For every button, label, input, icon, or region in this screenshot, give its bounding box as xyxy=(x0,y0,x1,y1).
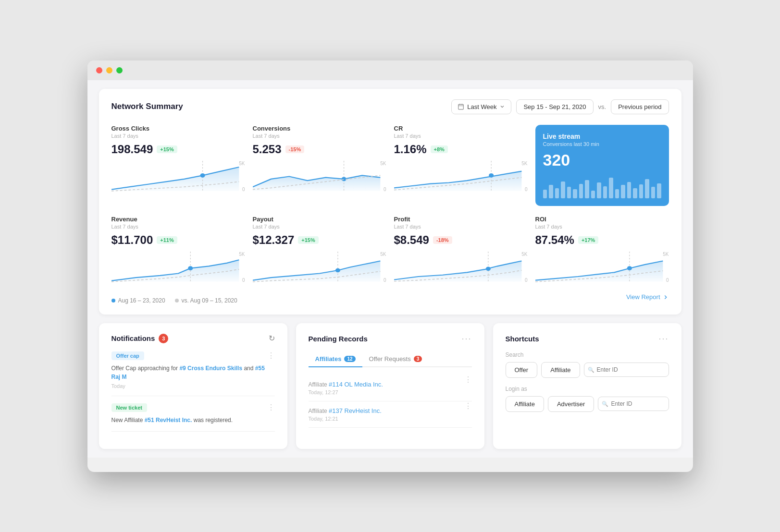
notifications-header: Notifications 3 ↻ xyxy=(111,334,275,343)
network-summary-card: Network Summary Last Week Sep 15 - Sep 2… xyxy=(99,89,681,314)
live-stream-bars xyxy=(543,174,661,198)
vs-label: vs. xyxy=(598,103,607,110)
pending-record-item: ⋮ Affiliate #137 RevHeist Inc. Today, 12… xyxy=(309,401,472,428)
svg-point-11 xyxy=(188,266,193,270)
revenue-chart: 5K xyxy=(111,252,245,283)
chevron-down-icon xyxy=(499,104,505,109)
metric-conversions: Conversions Last 7 days 5.253 -15% 5K xyxy=(253,125,386,206)
notif-dots-icon-2[interactable]: ⋮ xyxy=(267,403,275,412)
content-area: Network Summary Last Week Sep 15 - Sep 2… xyxy=(87,80,693,458)
previous-period-button[interactable]: Previous period xyxy=(611,99,669,114)
legend-dot-current xyxy=(111,299,115,302)
close-button[interactable] xyxy=(96,67,102,73)
pending-dots-2[interactable]: ⋮ xyxy=(464,401,472,411)
login-advertiser-button[interactable]: Advertiser xyxy=(548,396,594,412)
pending-record-item: ⋮ Affiliate #114 OL Media Inc. Today, 12… xyxy=(309,375,472,401)
legend-row: Aug 16 – 23, 2020 vs. Aug 09 – 15, 2020 … xyxy=(111,290,669,304)
metric-live-stream: Live stream Conversions last 30 min 320 xyxy=(535,125,669,206)
login-affiliate-button[interactable]: Affiliate xyxy=(506,396,544,412)
search-label: Search xyxy=(506,351,669,358)
card-header: Network Summary Last Week Sep 15 - Sep 2… xyxy=(111,99,669,114)
date-range-label: Sep 15 - Sep 21, 2020 xyxy=(516,99,593,114)
notif-dots-icon[interactable]: ⋮ xyxy=(267,351,275,360)
svg-rect-0 xyxy=(458,104,464,109)
refresh-icon[interactable]: ↻ xyxy=(269,334,275,343)
svg-point-17 xyxy=(627,266,631,270)
pending-name-1[interactable]: #114 OL Media Inc. xyxy=(329,381,383,388)
gross-clicks-chart: 5K xyxy=(111,161,245,192)
header-controls: Last Week Sep 15 - Sep 21, 2020 vs. Prev… xyxy=(451,99,669,114)
payout-chart: 5K xyxy=(253,252,386,283)
app-window: Network Summary Last Week Sep 15 - Sep 2… xyxy=(87,60,693,472)
shortcuts-header: Shortcuts ··· xyxy=(506,334,669,344)
metric-revenue: Revenue Last 7 days $11.700 +11% 5K xyxy=(111,216,245,283)
notification-item: ⋮ New ticket New Affiliate #51 RevHeist … xyxy=(111,403,275,432)
metric-payout: Payout Last 7 days $12.327 +15% 5K xyxy=(253,216,386,283)
minimize-button[interactable] xyxy=(106,67,112,73)
notifications-badge: 3 xyxy=(159,334,168,343)
live-stream-card: Live stream Conversions last 30 min 320 xyxy=(535,125,669,206)
period-selector[interactable]: Last Week xyxy=(451,99,511,114)
profit-chart: 5K xyxy=(394,252,528,283)
tab-offer-requests[interactable]: Offer Requests 3 xyxy=(362,351,429,367)
notifications-title: Notifications 3 xyxy=(111,334,169,343)
conversions-chart: 5K xyxy=(253,161,386,192)
legend-item-previous: vs. Aug 09 – 15, 2020 xyxy=(175,297,237,304)
chevron-right-icon xyxy=(662,294,669,301)
pending-name-2[interactable]: #137 RevHeist Inc. xyxy=(329,407,382,414)
login-section: Login as Affiliate Advertiser xyxy=(506,386,669,412)
pending-records-menu[interactable]: ··· xyxy=(461,334,471,344)
svg-point-5 xyxy=(200,173,205,178)
metrics-row-2: Revenue Last 7 days $11.700 +11% 5K xyxy=(111,216,669,283)
pending-records-card: Pending Records ··· Affiliates 12 Offer … xyxy=(296,323,484,449)
metric-roi: ROI Last 7 days 87.54% +17% 5K xyxy=(535,216,669,283)
metric-cr: CR Last 7 days 1.16% +8% 5K xyxy=(394,125,528,206)
pending-prefix-1: Affiliate #114 OL Media Inc. xyxy=(309,381,472,388)
pending-records-header: Pending Records ··· xyxy=(309,334,472,344)
search-id-wrap xyxy=(584,363,669,377)
notif-link-1[interactable]: #9 Cross Enduro Skills xyxy=(179,365,242,372)
tab-affiliates[interactable]: Affiliates 12 xyxy=(309,351,362,367)
search-row: Offer Affiliate xyxy=(506,362,669,378)
maximize-button[interactable] xyxy=(116,67,123,73)
card-title: Network Summary xyxy=(111,102,183,111)
notif-text-2: New Affiliate #51 RevHeist Inc. was regi… xyxy=(111,416,275,424)
shortcuts-title: Shortcuts xyxy=(506,335,539,343)
bottom-section: Notifications 3 ↻ ⋮ Offer cap Offer Cap … xyxy=(99,323,681,449)
pending-prefix-2: Affiliate #137 RevHeist Inc. xyxy=(309,407,472,414)
login-row: Affiliate Advertiser xyxy=(506,396,669,412)
svg-point-15 xyxy=(485,266,490,271)
pending-dots-1[interactable]: ⋮ xyxy=(464,375,472,384)
legend-item-current: Aug 16 – 23, 2020 xyxy=(111,297,165,304)
login-id-wrap xyxy=(598,397,669,411)
pending-records-title: Pending Records xyxy=(309,335,368,343)
search-offer-button[interactable]: Offer xyxy=(506,362,538,378)
notif-link-3[interactable]: #51 RevHeist Inc. xyxy=(145,417,192,423)
metric-profit: Profit Last 7 days $8.549 -18% 5K xyxy=(394,216,528,283)
search-affiliate-button[interactable]: Affiliate xyxy=(541,362,580,378)
svg-point-13 xyxy=(335,268,340,272)
cr-chart: 5K xyxy=(394,161,528,192)
new-ticket-tag: New ticket xyxy=(111,403,147,412)
notification-item: ⋮ Offer cap Offer Cap approaching for #9… xyxy=(111,351,275,396)
title-bar xyxy=(87,60,693,80)
search-id-input[interactable] xyxy=(584,363,669,377)
shortcuts-menu[interactable]: ··· xyxy=(658,334,669,344)
login-id-input[interactable] xyxy=(598,397,669,411)
login-label: Login as xyxy=(506,386,669,392)
period-label: Last Week xyxy=(467,103,496,110)
pending-tabs: Affiliates 12 Offer Requests 3 xyxy=(309,351,472,367)
legend-dot-previous xyxy=(175,299,179,302)
shortcuts-card: Shortcuts ··· Search Offer Affiliate Log… xyxy=(493,323,681,449)
metric-gross-clicks: Gross Clicks Last 7 days 198.549 +15% 5K xyxy=(111,125,245,206)
roi-chart: 5K xyxy=(535,252,669,283)
calendar-icon xyxy=(458,103,464,110)
notif-text-1: Offer Cap approaching for #9 Cross Endur… xyxy=(111,364,275,381)
view-report-button[interactable]: View Report xyxy=(626,293,669,301)
search-section: Search Offer Affiliate xyxy=(506,351,669,378)
notifications-card: Notifications 3 ↻ ⋮ Offer cap Offer Cap … xyxy=(99,323,287,449)
metrics-row-1: Gross Clicks Last 7 days 198.549 +15% 5K xyxy=(111,125,669,206)
offer-cap-tag: Offer cap xyxy=(111,351,144,360)
svg-point-9 xyxy=(489,173,494,178)
